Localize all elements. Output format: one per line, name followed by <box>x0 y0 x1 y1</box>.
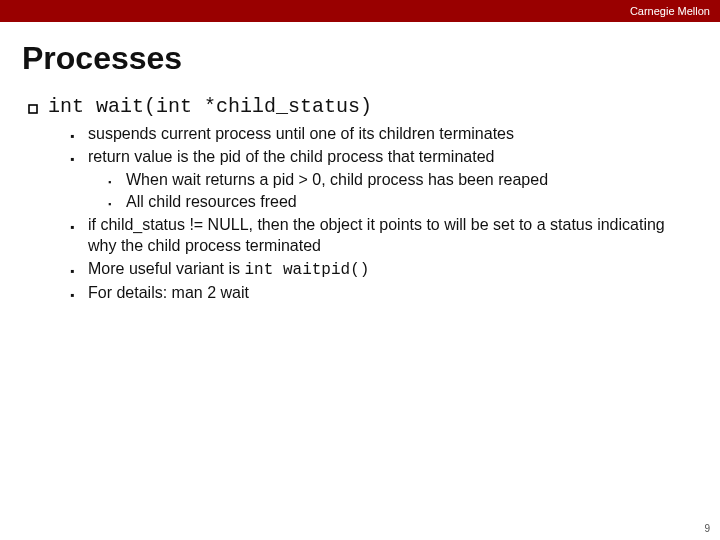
square-bullet-icon: ▪ <box>70 220 88 236</box>
list-item: ▪ if child_status != NULL, then the obje… <box>70 215 692 257</box>
square-bullet-icon: ▪ <box>70 264 88 280</box>
square-bullet-icon: ▪ <box>108 177 126 189</box>
bullet-text-pre: More useful variant is <box>88 260 245 277</box>
function-signature: int wait(int *child_status) <box>48 95 372 118</box>
header-bar: Carnegie Mellon <box>0 0 720 22</box>
square-bullet-icon: ▪ <box>108 199 126 211</box>
signature-line: int wait(int *child_status) <box>28 95 692 118</box>
content-area: int wait(int *child_status) ▪ suspends c… <box>28 95 692 303</box>
bullet-text: More useful variant is int waitpid() <box>88 259 369 281</box>
list-item: ▪ More useful variant is int waitpid() <box>70 259 692 281</box>
list-item: ▪ All child resources freed <box>108 192 692 213</box>
bullet-text: suspends current process until one of it… <box>88 124 514 145</box>
header-org: Carnegie Mellon <box>630 5 710 17</box>
bullet-text: if child_status != NULL, then the object… <box>88 215 692 257</box>
square-bullet-icon: ▪ <box>70 152 88 168</box>
square-bullet-icon: ▪ <box>70 129 88 145</box>
hollow-square-bullet-icon <box>28 101 48 117</box>
sub-list: ▪ When wait returns a pid > 0, child pro… <box>108 170 692 214</box>
list-item: ▪ For details: man 2 wait <box>70 283 692 304</box>
bullet-text: return value is the pid of the child pro… <box>88 147 494 168</box>
inline-code: int waitpid() <box>245 261 370 279</box>
page-number: 9 <box>704 523 710 534</box>
square-bullet-icon: ▪ <box>70 288 88 304</box>
slide-title: Processes <box>22 40 720 77</box>
svg-rect-0 <box>29 105 37 113</box>
list-item: ▪ When wait returns a pid > 0, child pro… <box>108 170 692 191</box>
bullet-text: When wait returns a pid > 0, child proce… <box>126 170 548 191</box>
list-item: ▪ suspends current process until one of … <box>70 124 692 145</box>
bullet-text: For details: man 2 wait <box>88 283 249 304</box>
bullet-text: All child resources freed <box>126 192 297 213</box>
bullet-list: ▪ suspends current process until one of … <box>70 124 692 303</box>
list-item: ▪ return value is the pid of the child p… <box>70 147 692 168</box>
